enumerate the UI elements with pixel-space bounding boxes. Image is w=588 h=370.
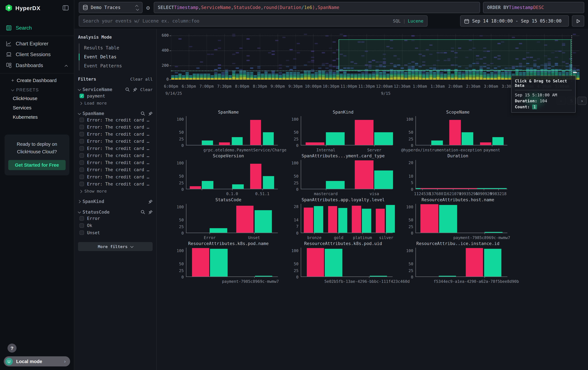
- source-select[interactable]: Demo Traces: [79, 2, 143, 13]
- bar: [250, 164, 262, 189]
- drag-handle[interactable]: [573, 72, 577, 73]
- clear-filter-button[interactable]: Clear: [140, 87, 153, 92]
- sidebar-item-client-sessions[interactable]: Client Sessions: [0, 49, 74, 60]
- filter-option[interactable]: Error: The credit card (…: [78, 180, 152, 187]
- filter-option[interactable]: Error: The credit card (…: [78, 138, 152, 145]
- mini-chart-host_name: ResourceAttributes.host.name02550100paym…: [400, 197, 515, 239]
- filter-option[interactable]: Error: [78, 215, 152, 222]
- sql-token: SpanName: [318, 5, 339, 10]
- search-input[interactable]: Search your events w/ Lucene ex. column:…: [79, 15, 428, 27]
- y-axis-label: 28: [286, 204, 298, 209]
- y-axis-label: 25: [171, 268, 184, 273]
- analysis-mode-event-patterns[interactable]: Event Patterns: [80, 61, 153, 70]
- sidebar-item-dashboards[interactable]: Dashboards: [0, 60, 74, 71]
- analysis-mode-results-table[interactable]: Results Table: [80, 43, 153, 52]
- y-axis-label: 50: [171, 174, 184, 178]
- filter-group-header[interactable]: SpanKind: [78, 199, 152, 204]
- checkbox[interactable]: [80, 216, 84, 220]
- checkbox[interactable]: [80, 132, 84, 136]
- checkbox[interactable]: [80, 160, 84, 165]
- presets-toggle[interactable]: PRESETS: [0, 85, 74, 94]
- get-started-button[interactable]: Get Started for Free: [8, 160, 65, 170]
- sql-select-input[interactable]: SELECT Timestamp, ServiceName, StatusCod…: [154, 2, 480, 13]
- filter-option[interactable]: Error: The credit card (…: [78, 173, 152, 180]
- orderby-input[interactable]: ORDER BY Timestamp DESC: [483, 2, 584, 13]
- checkbox[interactable]: [80, 146, 84, 150]
- mini-chart-k8s_pod_uid: ResourceAttributes.k8s.pod.uid025501005e…: [286, 241, 400, 283]
- sidebar-item-chart-explorer[interactable]: Chart Explorer: [0, 38, 74, 49]
- bar: [232, 137, 243, 145]
- search-icon[interactable]: [125, 87, 130, 92]
- pin-icon[interactable]: [148, 199, 153, 204]
- y-axis-label: 25: [400, 224, 413, 229]
- x-axis-label: 2:30am: [466, 84, 480, 89]
- checkbox[interactable]: [80, 139, 84, 143]
- filter-option[interactable]: Error: The credit card (…: [78, 123, 152, 130]
- pin-icon[interactable]: [148, 111, 153, 116]
- date-range-picker[interactable]: Sep 14 18:00:00 - Sep 15 05:30:00: [460, 15, 569, 27]
- local-mode-button[interactable]: U Local mode ›: [4, 356, 70, 366]
- search-icon[interactable]: [141, 111, 145, 116]
- checkbox[interactable]: [80, 230, 84, 235]
- filter-group-header[interactable]: SpanName: [78, 111, 152, 116]
- x-axis-tick: [254, 233, 254, 234]
- x-axis-label: 4090920: [475, 191, 492, 196]
- sidebar-collapse-icon[interactable]: [63, 5, 69, 11]
- more-filters-button[interactable]: More filters: [78, 242, 152, 251]
- next-page-button[interactable]: ›: [578, 97, 587, 105]
- filter-option-label: Ok: [87, 223, 92, 228]
- create-dashboard-button[interactable]: + Create Dashboard: [0, 76, 74, 85]
- checkbox[interactable]: [80, 181, 84, 186]
- help-button[interactable]: ?: [8, 344, 17, 353]
- analysis-mode-event-deltas[interactable]: Event Deltas: [80, 52, 153, 61]
- bar: [254, 210, 272, 233]
- filter-group-header[interactable]: ServiceNameClear: [78, 87, 152, 92]
- x-axis-label: 9983218: [490, 191, 506, 196]
- filter-option[interactable]: Error: The credit card (…: [78, 152, 152, 159]
- run-query-button[interactable]: [572, 15, 584, 27]
- sidebar-item-search[interactable]: Search: [0, 22, 74, 33]
- filter-load-more[interactable]: Load more: [78, 99, 152, 106]
- filter-option[interactable]: Error: The credit card (…: [78, 130, 152, 138]
- bar: [325, 249, 342, 277]
- filter-option[interactable]: Unset: [78, 229, 152, 236]
- filter-show-more[interactable]: Show more: [78, 187, 152, 194]
- pin-icon[interactable]: [133, 87, 137, 92]
- x-axis-tick: [422, 189, 423, 190]
- x-axis-label: 12:00am: [376, 84, 393, 89]
- filter-option[interactable]: Error: The credit card (…: [78, 116, 152, 123]
- x-axis-label: Internal: [316, 148, 335, 152]
- y-axis-label: 50: [286, 130, 298, 135]
- app-title: HyperDX: [15, 5, 41, 11]
- checkbox[interactable]: ✓: [80, 93, 84, 98]
- sidebar-item-clickhouse[interactable]: ClickHouse: [0, 94, 74, 103]
- divider: [515, 90, 572, 90]
- bar: [326, 132, 345, 145]
- checkbox[interactable]: [80, 174, 84, 179]
- checkbox[interactable]: [80, 223, 84, 228]
- filter-option[interactable]: Error: The credit card (…: [78, 145, 152, 152]
- checkbox[interactable]: [80, 125, 84, 129]
- sidebar-item-kubernetes[interactable]: Kubernetes: [0, 112, 74, 122]
- search-icon[interactable]: [141, 210, 145, 214]
- lucene-mode-toggle[interactable]: Lucene: [408, 18, 423, 24]
- bar: [255, 276, 273, 277]
- mini-chart-plot: f5344ec9-a1ea-4290-a62a-78f5bee8d90b: [416, 248, 507, 277]
- y-axis-label: 25: [171, 224, 184, 229]
- filter-option[interactable]: Error: The credit card (…: [78, 166, 152, 173]
- filter-option[interactable]: Error: The credit card (…: [78, 159, 152, 166]
- sidebar-item-services[interactable]: Services: [0, 103, 74, 112]
- checkbox[interactable]: [80, 153, 84, 158]
- checkbox[interactable]: [80, 167, 84, 172]
- checkbox[interactable]: [80, 117, 84, 122]
- pin-icon[interactable]: [148, 210, 153, 214]
- gear-icon[interactable]: ⚙: [146, 4, 151, 11]
- filter-option[interactable]: ✓payment: [78, 92, 152, 99]
- sql-mode-toggle[interactable]: SQL: [393, 18, 400, 24]
- filter-option[interactable]: Ok: [78, 222, 152, 229]
- clear-all-button[interactable]: Clear all: [130, 77, 153, 81]
- filter-group-StatusCode: StatusCodeErrorOkUnset: [78, 210, 152, 236]
- filter-group-header[interactable]: StatusCode: [78, 210, 152, 215]
- chevron-right-icon: [79, 190, 82, 193]
- x-axis-label: f5344ec9-a1ea-4290-a62a-78f5bee8d90b: [434, 279, 519, 284]
